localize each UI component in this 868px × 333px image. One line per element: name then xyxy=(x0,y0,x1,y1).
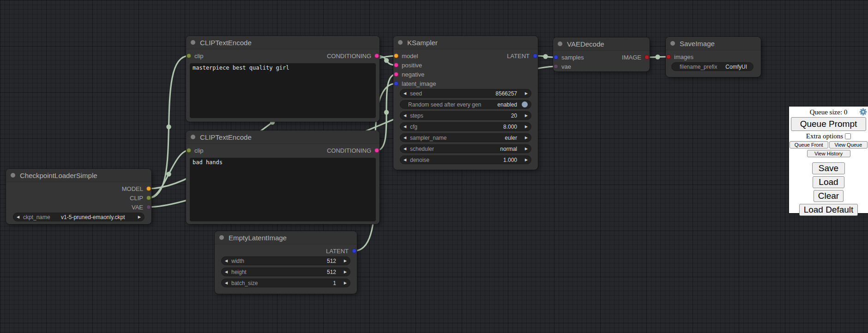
load-button[interactable]: Load xyxy=(813,176,844,188)
sampler-name-widget[interactable]: ◀ sampler_name euler ▶ xyxy=(400,133,531,142)
negative-prompt-textarea[interactable]: bad hands xyxy=(190,158,376,221)
decrement-arrow-icon[interactable]: ◀ xyxy=(225,268,230,276)
collapse-dot-icon[interactable] xyxy=(558,42,562,46)
node-vaedecode[interactable]: VAEDecode samples IMAGE vae xyxy=(553,37,650,71)
collapse-dot-icon[interactable] xyxy=(219,235,224,240)
image-output-port[interactable] xyxy=(645,55,649,59)
seed-widget[interactable]: ◀ seed 8566257 ▶ xyxy=(400,89,531,98)
decrement-arrow-icon[interactable]: ◀ xyxy=(225,256,230,265)
output-label: LATENT xyxy=(507,53,530,59)
clip-input-port[interactable] xyxy=(187,54,191,58)
positive-prompt-textarea[interactable]: masterpiece best quality girl xyxy=(190,63,376,118)
widget-name: steps xyxy=(410,113,423,119)
node-title-bar[interactable]: KSampler xyxy=(393,36,538,49)
output-label: CONDITIONING xyxy=(327,53,371,59)
cfg-widget[interactable]: ◀ cfg 8.000 ▶ xyxy=(400,122,531,131)
images-input-port[interactable] xyxy=(666,54,671,59)
decrement-arrow-icon[interactable]: ◀ xyxy=(404,133,409,142)
increment-arrow-icon[interactable]: ▶ xyxy=(523,144,528,153)
settings-gear-icon[interactable] xyxy=(859,108,867,116)
decrement-arrow-icon[interactable]: ◀ xyxy=(225,279,230,287)
model-output-port[interactable] xyxy=(146,186,151,191)
decrement-arrow-icon[interactable]: ◀ xyxy=(404,89,409,98)
increment-arrow-icon[interactable]: ▶ xyxy=(523,111,528,120)
widget-value: 1 xyxy=(333,280,336,286)
clear-button[interactable]: Clear xyxy=(814,190,844,202)
widget-name: height xyxy=(231,269,247,275)
decrement-arrow-icon[interactable]: ◀ xyxy=(404,122,409,131)
positive-input-port[interactable] xyxy=(394,63,398,67)
height-widget[interactable]: ◀ height 512 ▶ xyxy=(221,268,350,276)
collapse-dot-icon[interactable] xyxy=(11,173,15,178)
extra-options-checkbox[interactable] xyxy=(845,133,851,139)
negative-input-port[interactable] xyxy=(394,72,398,77)
widget-value: ComfyUI xyxy=(725,64,747,70)
collapse-dot-icon[interactable] xyxy=(398,40,403,45)
increment-arrow-icon[interactable]: ▶ xyxy=(523,122,528,131)
conditioning-output-port[interactable] xyxy=(374,54,379,58)
node-title-bar[interactable]: VAEDecode xyxy=(553,37,650,51)
vae-output-port[interactable] xyxy=(146,205,151,209)
view-history-button[interactable]: View History xyxy=(807,150,850,157)
clip-input-port[interactable] xyxy=(187,148,191,153)
increment-arrow-icon[interactable]: ▶ xyxy=(342,279,347,287)
decrement-arrow-icon[interactable]: ◀ xyxy=(404,155,409,164)
increment-arrow-icon[interactable]: ▶ xyxy=(342,256,347,265)
node-title: CLIPTextEncode xyxy=(200,39,252,47)
conditioning-output-port[interactable] xyxy=(374,148,379,153)
increment-arrow-icon[interactable]: ▶ xyxy=(523,155,528,164)
model-input-port[interactable] xyxy=(394,54,398,58)
widget-name: cfg xyxy=(410,124,417,130)
batch-size-widget[interactable]: ◀ batch_size 1 ▶ xyxy=(221,279,350,287)
collapse-dot-icon[interactable] xyxy=(191,40,195,45)
increment-arrow-icon[interactable]: ▶ xyxy=(523,89,528,98)
toggle-enabled-icon[interactable] xyxy=(522,101,528,107)
widget-value: euler xyxy=(505,135,517,141)
decrement-arrow-icon[interactable]: ◀ xyxy=(404,144,409,153)
node-graph-canvas[interactable]: CheckpointLoaderSimple MODEL CLIP VAE ◀ xyxy=(0,0,868,333)
widget-name: denoise xyxy=(410,157,429,163)
input-label: images xyxy=(674,54,693,60)
extra-options-label: Extra options xyxy=(806,132,843,140)
scheduler-widget[interactable]: ◀ scheduler normal ▶ xyxy=(400,144,531,153)
queue-front-button[interactable]: Queue Front xyxy=(790,141,828,149)
node-title-bar[interactable]: CLIPTextEncode xyxy=(186,36,380,49)
latent-output-port[interactable] xyxy=(533,54,537,58)
increment-arrow-icon[interactable]: ▶ xyxy=(136,213,141,221)
node-emptylatentimage[interactable]: EmptyLatentImage LATENT ◀ width 512 ▶ ◀ … xyxy=(215,231,357,294)
increment-arrow-icon[interactable]: ▶ xyxy=(342,268,347,276)
latent-output-port[interactable] xyxy=(352,249,356,253)
vae-input-port[interactable] xyxy=(554,64,558,69)
increment-arrow-icon[interactable]: ▶ xyxy=(523,133,528,142)
node-cliptextencode-positive[interactable]: CLIPTextEncode clip CONDITIONING masterp… xyxy=(186,36,380,122)
ckpt-name-widget[interactable]: ◀ ckpt_name v1-5-pruned-emaonly.ckpt ▶ xyxy=(13,213,145,221)
decrement-arrow-icon[interactable]: ◀ xyxy=(404,111,409,120)
load-default-button[interactable]: Load Default xyxy=(799,204,858,216)
decrement-arrow-icon[interactable]: ◀ xyxy=(17,213,22,221)
latent-image-input-port[interactable] xyxy=(394,81,398,86)
node-title: EmptyLatentImage xyxy=(229,234,287,242)
filename-prefix-widget[interactable]: filename_prefix ComfyUI xyxy=(671,62,753,71)
save-button[interactable]: Save xyxy=(812,162,845,174)
node-title-bar[interactable]: CLIPTextEncode xyxy=(186,131,380,144)
steps-widget[interactable]: ◀ steps 20 ▶ xyxy=(400,111,531,120)
widget-name: scheduler xyxy=(410,146,434,152)
node-checkpointloadersimple[interactable]: CheckpointLoaderSimple MODEL CLIP VAE ◀ xyxy=(6,169,151,224)
queue-prompt-button[interactable]: Queue Prompt xyxy=(791,117,866,131)
width-widget[interactable]: ◀ width 512 ▶ xyxy=(221,256,350,265)
clip-output-port[interactable] xyxy=(146,196,151,200)
node-title-bar[interactable]: CheckpointLoaderSimple xyxy=(6,169,151,182)
node-cliptextencode-negative[interactable]: CLIPTextEncode clip CONDITIONING bad han… xyxy=(186,131,380,224)
collapse-dot-icon[interactable] xyxy=(670,41,675,46)
collapse-dot-icon[interactable] xyxy=(191,135,195,139)
widget-value: 8.000 xyxy=(503,124,517,130)
samples-input-port[interactable] xyxy=(554,55,558,59)
node-ksampler[interactable]: KSampler model LATENT positive negative … xyxy=(393,36,538,170)
node-title-bar[interactable]: EmptyLatentImage xyxy=(215,231,357,244)
node-title-bar[interactable]: SaveImage xyxy=(666,37,761,50)
random-seed-toggle-widget[interactable]: Random seed after every gen enabled xyxy=(400,100,531,109)
node-saveimage[interactable]: SaveImage images filename_prefix ComfyUI xyxy=(666,37,761,77)
output-label: IMAGE xyxy=(622,54,641,61)
view-queue-button[interactable]: View Queue xyxy=(829,141,868,149)
denoise-widget[interactable]: ◀ denoise 1.000 ▶ xyxy=(400,155,531,164)
